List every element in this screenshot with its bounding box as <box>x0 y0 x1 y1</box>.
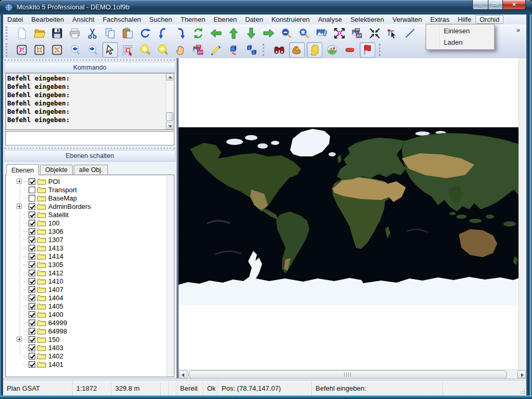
layer-checkbox-64998[interactable] <box>29 328 35 335</box>
menu-hilfe[interactable]: Hilfe <box>454 15 475 24</box>
command-input[interactable] <box>5 131 174 145</box>
menu-selektieren[interactable]: Selektieren <box>346 15 388 24</box>
layer-checkbox-adminborders[interactable] <box>29 203 35 210</box>
layer-label[interactable]: BaseMap <box>48 194 77 202</box>
view-previous-button[interactable] <box>67 42 83 58</box>
minimize-button[interactable]: – <box>472 0 488 10</box>
tree-expander-icon[interactable] <box>17 204 22 209</box>
menu-orchid[interactable]: Orchid <box>475 15 503 24</box>
world-satellite-map[interactable] <box>179 127 519 305</box>
resize-grip[interactable] <box>520 389 525 394</box>
map-theme-germany-button[interactable] <box>307 42 322 58</box>
layer-label[interactable]: 150 <box>48 336 60 343</box>
command-panel-header[interactable]: Kommando <box>4 62 175 73</box>
layer-label[interactable]: 1413 <box>48 244 63 252</box>
menu-analyse[interactable]: Analyse <box>314 15 346 24</box>
menu-suchen[interactable]: Suchen <box>145 15 176 24</box>
print-button[interactable] <box>67 25 83 41</box>
layer-checkbox-poi[interactable] <box>29 178 35 185</box>
layer-checkbox-150[interactable] <box>29 336 35 343</box>
layer-label[interactable]: 1403 <box>48 344 63 352</box>
layer-label[interactable]: 64999 <box>48 319 67 327</box>
pan-right-button[interactable] <box>261 25 277 41</box>
layer-checkbox-1306[interactable] <box>29 228 35 235</box>
measure-button[interactable] <box>208 42 224 58</box>
map-horizontal-scrollbar[interactable] <box>179 369 526 378</box>
layer-checkbox-64999[interactable] <box>29 320 35 326</box>
menu-item-laden[interactable]: Laden <box>426 37 494 48</box>
layer-label[interactable]: 1400 <box>48 311 63 318</box>
tree-expander-icon[interactable] <box>17 179 22 184</box>
layer-checkbox-satellit[interactable] <box>29 211 35 218</box>
layer-checkbox-1410[interactable] <box>29 278 35 285</box>
layer-label[interactable]: 1414 <box>48 252 63 260</box>
menu-item-einlesen[interactable]: Einlesen <box>426 25 494 37</box>
tab-ebenen[interactable]: Ebenen <box>6 164 39 175</box>
layer-label[interactable]: 1404 <box>48 294 63 302</box>
undo-rotate-button[interactable] <box>138 25 153 41</box>
layer-checkbox-basemap[interactable] <box>29 195 35 202</box>
map-scroll-thumb[interactable] <box>188 370 507 379</box>
overview-window-button[interactable] <box>349 25 365 41</box>
layer-label[interactable]: 1407 <box>48 286 63 294</box>
map-vertical-scrollbar[interactable] <box>519 58 526 369</box>
layer-checkbox-100[interactable] <box>29 220 35 227</box>
pan-left-button[interactable] <box>208 25 224 41</box>
toolbar-overflow-chevron[interactable]: » <box>516 26 520 34</box>
fit-plan-button[interactable]: P <box>332 25 347 41</box>
overview-window-2-button[interactable] <box>190 42 206 58</box>
center-view-button[interactable] <box>367 25 383 41</box>
fit-selection-s-button[interactable]: S <box>49 42 65 58</box>
search-binoculars-button[interactable] <box>271 42 287 58</box>
layer-checkbox-1400[interactable] <box>29 311 35 318</box>
layer-label[interactable]: 1306 <box>48 228 63 235</box>
pin-select-button[interactable] <box>385 25 400 41</box>
titlebar[interactable]: Moskito 5 Professional - DEMO.1of9b –▭✕ <box>0 0 532 15</box>
rotate-left-button[interactable] <box>155 25 171 41</box>
layer-checkbox-1412[interactable] <box>29 270 35 276</box>
flag-marker-button[interactable] <box>360 42 375 58</box>
zoom-out-button[interactable] <box>155 42 171 58</box>
grid-select-button[interactable] <box>120 42 135 58</box>
zoom-in-button[interactable] <box>138 42 153 58</box>
map-area[interactable] <box>179 58 526 378</box>
layer-label[interactable]: 1405 <box>48 302 63 310</box>
layer-checkbox-1401[interactable] <box>29 361 35 368</box>
pan-down-button[interactable] <box>243 25 259 41</box>
layer-label[interactable]: Satellit <box>48 211 69 219</box>
layer-checkbox-1407[interactable] <box>29 286 35 293</box>
zoom-extent-button[interactable] <box>296 25 312 41</box>
tab-alleobj[interactable]: alle Obj. <box>74 165 108 175</box>
scroll-left-arrow[interactable] <box>179 370 187 378</box>
fit-object-o-button[interactable]: O <box>32 42 47 58</box>
menu-verwalten[interactable]: Verwalten <box>388 15 426 24</box>
menu-ebenen[interactable]: Ebenen <box>209 15 241 24</box>
layer-checkbox-1414[interactable] <box>29 253 35 260</box>
layer-checkbox-1402[interactable] <box>29 353 35 360</box>
pan-up-button[interactable] <box>226 25 241 41</box>
layer-label[interactable]: 1410 <box>48 277 63 285</box>
layer-checkbox-1405[interactable] <box>29 303 35 310</box>
copy-button[interactable] <box>102 25 118 41</box>
layer-checkbox-1413[interactable] <box>29 245 35 251</box>
view-next-button[interactable] <box>85 42 100 58</box>
layer-label[interactable]: 64998 <box>48 327 67 335</box>
layer-checkbox-1307[interactable] <box>29 236 35 243</box>
layer-label[interactable]: 1412 <box>48 269 63 277</box>
map-globe-button[interactable] <box>324 42 340 58</box>
toolbar-gripper[interactable] <box>6 26 11 40</box>
copy-object-button[interactable] <box>243 42 259 58</box>
pan-hand-button[interactable] <box>173 42 188 58</box>
layer-label[interactable]: POI <box>48 178 60 185</box>
scroll-up-arrow[interactable] <box>166 73 173 81</box>
rotate-right-button[interactable] <box>173 25 188 41</box>
paste-button[interactable] <box>120 25 135 41</box>
remove-dash-button[interactable] <box>342 42 358 58</box>
menu-extras[interactable]: Extras <box>426 15 454 24</box>
command-console[interactable]: Befehl eingeben:Befehl eingeben:Befehl e… <box>5 73 174 130</box>
open-folder-button[interactable] <box>32 25 47 41</box>
layer-label[interactable]: 1305 <box>48 261 63 269</box>
layers-panel-header[interactable]: Ebenen schalten <box>4 150 175 162</box>
layer-label[interactable]: 100 <box>48 219 60 227</box>
save-button[interactable] <box>49 25 65 41</box>
